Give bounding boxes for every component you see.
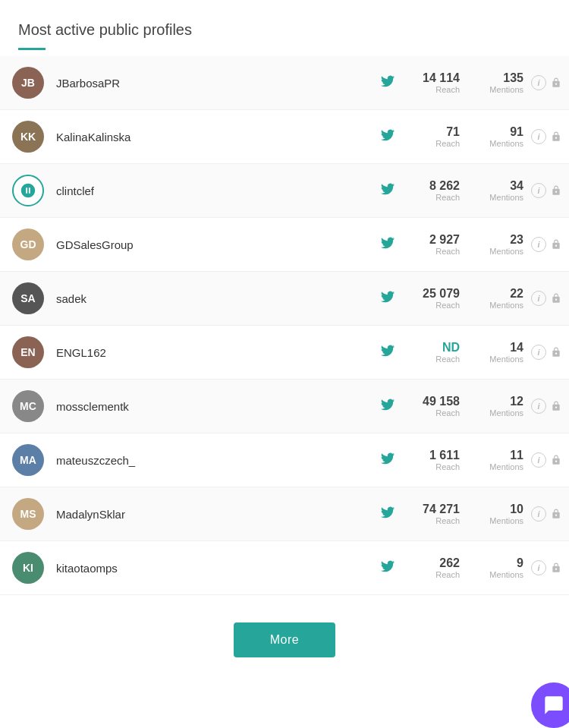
- reach-stats: ND Reach: [402, 341, 463, 364]
- action-icons: i: [531, 452, 563, 468]
- reach-label: Reach: [435, 247, 460, 256]
- mentions-stats: 10 Mentions: [466, 503, 527, 525]
- profiles-list: JB JBarbosaPR 14 114 Reach 135 Mentions …: [0, 56, 569, 595]
- info-icon[interactable]: i: [531, 291, 546, 306]
- lock-icon[interactable]: [549, 292, 563, 305]
- list-item: MS MadalynSklar 74 271 Reach 10 Mentions…: [0, 487, 569, 541]
- reach-label: Reach: [435, 462, 460, 471]
- lock-icon[interactable]: [549, 184, 563, 197]
- profile-username: kitaotaomps: [56, 562, 373, 575]
- profile-username: MadalynSklar: [56, 508, 373, 521]
- mentions-value: 22: [510, 287, 523, 301]
- profile-username: mateuszczech_: [56, 454, 373, 467]
- mentions-label: Mentions: [489, 139, 523, 148]
- mentions-stats: 91 Mentions: [466, 125, 527, 148]
- mentions-stats: 23 Mentions: [466, 233, 527, 256]
- mentions-label: Mentions: [489, 462, 523, 471]
- reach-stats: 2 927 Reach: [402, 233, 463, 256]
- info-icon[interactable]: i: [531, 506, 546, 522]
- page-title: Most active public profiles: [0, 0, 569, 48]
- mentions-stats: 14 Mentions: [466, 341, 527, 364]
- reach-value: 262: [439, 556, 460, 570]
- avatar: MA: [12, 444, 44, 476]
- twitter-icon: [379, 128, 396, 146]
- reach-label: Reach: [435, 516, 460, 525]
- lock-icon[interactable]: [549, 561, 563, 575]
- info-icon[interactable]: i: [531, 129, 546, 144]
- reach-value: 8 262: [429, 179, 460, 193]
- twitter-icon: [379, 452, 396, 469]
- mentions-value: 34: [510, 179, 523, 193]
- lock-icon[interactable]: [549, 345, 563, 359]
- mentions-label: Mentions: [489, 247, 523, 256]
- avatar: MC: [12, 390, 44, 422]
- twitter-icon: [379, 236, 396, 254]
- reach-stats: 74 271 Reach: [402, 503, 463, 525]
- mentions-label: Mentions: [489, 85, 523, 94]
- reach-stats: 71 Reach: [402, 125, 463, 148]
- twitter-icon: [379, 559, 396, 577]
- profile-username: clintclef: [56, 184, 373, 197]
- lock-icon[interactable]: [549, 399, 563, 413]
- mentions-value: 12: [510, 395, 523, 408]
- profile-username: sadek: [56, 292, 373, 305]
- info-icon[interactable]: i: [531, 75, 546, 90]
- profile-username: JBarbosaPR: [56, 77, 373, 90]
- action-icons: i: [531, 506, 563, 522]
- avatar: SA: [12, 282, 44, 314]
- action-icons: i: [531, 183, 563, 198]
- lock-icon[interactable]: [549, 238, 563, 251]
- twitter-icon: [379, 506, 396, 523]
- mentions-label: Mentions: [489, 355, 523, 364]
- mentions-stats: 22 Mentions: [466, 287, 527, 310]
- reach-label: Reach: [435, 85, 460, 94]
- list-item: JB JBarbosaPR 14 114 Reach 135 Mentions …: [0, 56, 569, 110]
- avatar: JB: [12, 67, 44, 99]
- chat-bubble[interactable]: [531, 682, 569, 728]
- action-icons: i: [531, 75, 563, 90]
- twitter-icon: [379, 74, 396, 92]
- avatar: KK: [12, 121, 44, 153]
- lock-icon[interactable]: [549, 507, 563, 521]
- lock-icon[interactable]: [549, 130, 563, 143]
- reach-label: Reach: [435, 301, 460, 310]
- list-item: KI kitaotaomps 262 Reach 9 Mentions i: [0, 541, 569, 595]
- mentions-value: 9: [517, 556, 523, 570]
- avatar: KI: [12, 552, 44, 584]
- action-icons: i: [531, 291, 563, 306]
- lock-icon[interactable]: [549, 453, 563, 467]
- info-icon[interactable]: i: [531, 345, 546, 360]
- action-icons: i: [531, 560, 563, 575]
- mentions-value: 91: [510, 125, 523, 139]
- more-button-container: More: [0, 595, 569, 680]
- mentions-stats: 9 Mentions: [466, 556, 527, 579]
- title-underline: [18, 48, 46, 50]
- info-icon[interactable]: i: [531, 560, 546, 575]
- more-button[interactable]: More: [234, 622, 335, 657]
- info-icon[interactable]: i: [531, 399, 546, 414]
- mentions-label: Mentions: [489, 570, 523, 579]
- lock-icon[interactable]: [549, 76, 563, 90]
- mentions-label: Mentions: [489, 516, 523, 525]
- reach-label: Reach: [435, 408, 460, 418]
- mentions-value: 11: [510, 449, 523, 462]
- list-item: SA sadek 25 079 Reach 22 Mentions i: [0, 272, 569, 326]
- twitter-icon: [379, 344, 396, 361]
- info-icon[interactable]: i: [531, 183, 546, 198]
- reach-stats: 49 158 Reach: [402, 395, 463, 418]
- mentions-value: 14: [510, 341, 523, 355]
- reach-value: ND: [442, 341, 460, 355]
- mentions-value: 135: [503, 71, 523, 85]
- list-item: MA mateuszczech_ 1 611 Reach 11 Mentions…: [0, 433, 569, 487]
- mentions-value: 10: [510, 503, 523, 516]
- info-icon[interactable]: i: [531, 237, 546, 252]
- reach-stats: 25 079 Reach: [402, 287, 463, 310]
- reach-value: 71: [446, 125, 460, 139]
- reach-label: Reach: [435, 570, 460, 579]
- info-icon[interactable]: i: [531, 452, 546, 468]
- reach-stats: 8 262 Reach: [402, 179, 463, 202]
- action-icons: i: [531, 129, 563, 144]
- reach-value: 1 611: [429, 449, 460, 462]
- mentions-label: Mentions: [489, 301, 523, 310]
- mentions-stats: 11 Mentions: [466, 449, 527, 471]
